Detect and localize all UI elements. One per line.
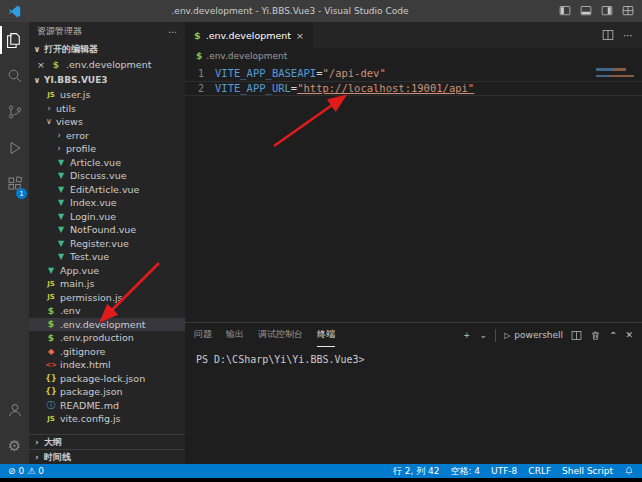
tree-item[interactable]: ▼ Article.vue	[29, 156, 185, 170]
cursor-position[interactable]: 行 2, 列 42	[393, 465, 440, 478]
tree-item[interactable]: ∨ views	[29, 115, 185, 129]
notifications-bell-icon[interactable]	[624, 466, 634, 476]
chevron-down-icon[interactable]: ⌄	[480, 330, 488, 340]
open-editor-item[interactable]: × $ .env.development	[29, 57, 185, 72]
file-type-icon: $	[45, 333, 57, 343]
chevron-right-icon: ›	[33, 438, 41, 447]
file-label: user.js	[60, 89, 90, 100]
tree-item[interactable]: {} package-lock.json	[29, 372, 185, 386]
shell-file-icon: $	[50, 60, 62, 70]
extensions-badge: 1	[16, 188, 27, 199]
trash-icon[interactable]	[590, 330, 601, 341]
code-line[interactable]: 1 VITE_APP_BASEAPI = "/api-dev"	[185, 66, 642, 81]
tree-item[interactable]: ▼ Login.vue	[29, 210, 185, 224]
shell-file-icon: $	[196, 51, 202, 61]
run-debug-icon[interactable]	[0, 130, 29, 166]
window-title: .env.development - Yi.BBS.Vue3 - Visual …	[29, 6, 551, 16]
indentation-setting[interactable]: 空格: 4	[450, 465, 480, 478]
separator	[495, 329, 496, 342]
problems-status[interactable]: ⊘ 0 ⚠ 0	[8, 466, 44, 476]
title-bar: .env.development - Yi.BBS.Vue3 - Visual …	[0, 0, 642, 22]
minimap[interactable]	[596, 68, 638, 77]
timeline-section-header[interactable]: › 时间线	[29, 449, 185, 464]
tree-item[interactable]: {} package.json	[29, 385, 185, 399]
panel-tab[interactable]: 终端	[317, 323, 335, 347]
editor-tab[interactable]: $ .env.development ×	[185, 22, 313, 48]
tree-item[interactable]: › profile	[29, 142, 185, 156]
file-type-icon: ▼	[55, 185, 67, 194]
tree-item[interactable]: $ .env	[29, 304, 185, 318]
split-editor-icon[interactable]	[602, 29, 614, 41]
customize-layout-icon[interactable]	[622, 5, 634, 17]
tree-item[interactable]: ◆ .gitignore	[29, 345, 185, 359]
tree-item[interactable]: › utils	[29, 102, 185, 116]
code-editor[interactable]: 1 VITE_APP_BASEAPI = "/api-dev" 2 VITE_A…	[185, 64, 642, 322]
shell-label: powershell	[514, 330, 563, 340]
breadcrumb[interactable]: $ .env.development	[185, 48, 642, 64]
editor-region: $ .env.development × ⋯ $ .env.developmen…	[185, 22, 642, 464]
panel-tabs: 问题 输出 调试控制台 终端	[194, 323, 335, 347]
file-type-icon: $	[45, 306, 57, 316]
panel-tab[interactable]: 问题	[194, 323, 212, 347]
toggle-sidebar-icon[interactable]	[559, 5, 571, 17]
close-icon[interactable]: ×	[36, 59, 46, 70]
extensions-icon[interactable]: 1	[0, 166, 29, 202]
file-type-icon: ▼	[55, 171, 67, 180]
shell-selector[interactable]: ▷ powershell	[504, 330, 563, 340]
tree-item[interactable]: › error	[29, 129, 185, 143]
file-type-icon: ▼	[45, 266, 57, 275]
encoding-setting[interactable]: UTF-8	[491, 466, 517, 476]
tree-item[interactable]: <> index.html	[29, 358, 185, 372]
language-mode[interactable]: Shell Script	[562, 466, 613, 476]
folder-chevron-icon: ∨	[45, 117, 53, 126]
account-icon[interactable]	[0, 392, 29, 428]
more-actions-icon[interactable]: ⋯	[623, 30, 633, 41]
eol-setting[interactable]: CRLF	[528, 466, 551, 476]
close-panel-icon[interactable]: ✕	[625, 330, 633, 340]
bottom-panel: 问题 输出 调试控制台 终端	[185, 322, 642, 464]
project-root-header[interactable]: ∨ YI.BBS.VUE3	[29, 72, 185, 88]
file-type-icon: ◆	[45, 347, 57, 356]
file-type-icon: ▼	[55, 198, 67, 207]
panel-tab[interactable]: 输出	[226, 323, 244, 347]
env-variable-value: "http://localhost:19001/api"	[297, 81, 474, 96]
tree-item[interactable]: ▼ Discuss.vue	[29, 169, 185, 183]
tree-item[interactable]: $ .env.production	[29, 331, 185, 345]
tree-item[interactable]: ▼ Register.vue	[29, 237, 185, 251]
split-terminal-icon[interactable]	[571, 330, 582, 341]
toggle-panel-icon[interactable]	[580, 5, 592, 17]
tree-item[interactable]: ▼ Index.vue	[29, 196, 185, 210]
warning-icon: ⚠	[27, 466, 35, 476]
outline-section-header[interactable]: › 大纲	[29, 434, 185, 449]
tree-item[interactable]: ⓘ README.md	[29, 399, 185, 413]
tree-item[interactable]: ▼ App.vue	[29, 264, 185, 278]
file-label: .env.development	[60, 319, 145, 330]
tree-item[interactable]: ▼ Test.vue	[29, 250, 185, 264]
tree-item[interactable]: $ .env.development	[29, 318, 185, 332]
tree-item[interactable]: ▼ EditArticle.vue	[29, 183, 185, 197]
tree-item[interactable]: ▼ NotFound.vue	[29, 223, 185, 237]
shell-file-icon: $	[194, 30, 201, 41]
terminal-output[interactable]: PS D:\CSharp\Yi\Yi.BBS.Vue3>	[185, 347, 642, 372]
panel-tab[interactable]: 调试控制台	[258, 323, 303, 347]
open-editors-header[interactable]: ∨ 打开的编辑器	[29, 41, 185, 57]
close-icon[interactable]: ×	[296, 30, 304, 41]
tree-item[interactable]: JS main.js	[29, 277, 185, 291]
maximize-panel-icon[interactable]: ⌃	[609, 330, 617, 341]
file-label: permission.js	[60, 292, 123, 303]
search-icon[interactable]	[0, 58, 29, 94]
new-terminal-icon[interactable]: ＋	[462, 328, 472, 342]
settings-gear-icon[interactable]: ⚙	[0, 428, 29, 464]
source-control-icon[interactable]	[0, 94, 29, 130]
tree-item[interactable]: JS user.js	[29, 88, 185, 102]
file-type-icon: {}	[45, 387, 57, 396]
sidebar-more-icon[interactable]: ⋯	[168, 27, 177, 37]
tree-item[interactable]: JS vite.config.js	[29, 412, 185, 426]
file-label: .gitignore	[60, 346, 105, 357]
toggle-secondary-sidebar-icon[interactable]	[601, 5, 613, 17]
tree-item[interactable]: JS permission.js	[29, 291, 185, 305]
explorer-icon[interactable]	[0, 22, 29, 58]
file-label: Discuss.vue	[70, 170, 127, 181]
file-label: main.js	[60, 278, 94, 289]
code-line[interactable]: 2 VITE_APP_URL = "http://localhost:19001…	[185, 81, 642, 96]
